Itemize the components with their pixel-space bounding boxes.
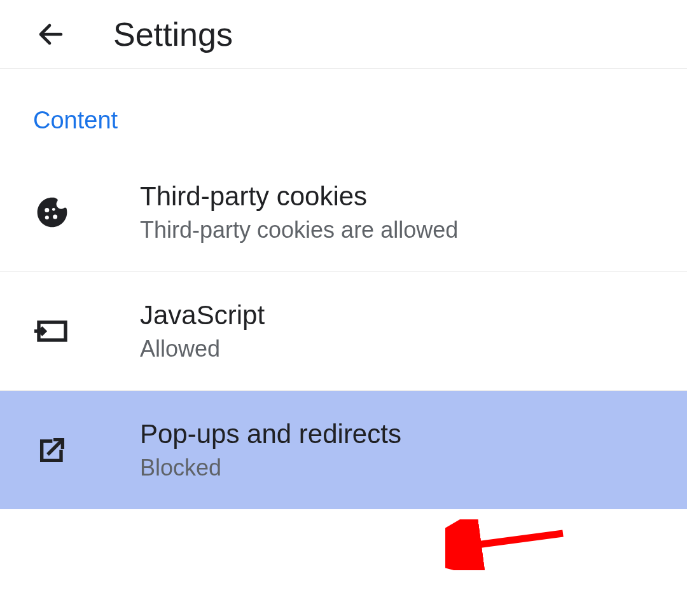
- red-arrow-annotation: [445, 519, 572, 570]
- item-title: JavaScript: [140, 300, 265, 331]
- item-subtitle: Allowed: [140, 336, 265, 362]
- item-text: JavaScript Allowed: [140, 300, 265, 362]
- header: Settings: [0, 0, 687, 69]
- section-label: Content: [0, 69, 687, 153]
- svg-line-6: [468, 533, 563, 546]
- page-title: Settings: [113, 15, 233, 53]
- item-title: Pop-ups and redirects: [140, 419, 401, 449]
- open-in-new-icon: [33, 431, 71, 469]
- svg-point-3: [52, 208, 55, 211]
- settings-item-cookies[interactable]: Third-party cookies Third-party cookies …: [0, 153, 687, 272]
- svg-point-0: [45, 208, 49, 212]
- arrow-left-icon: [36, 19, 66, 50]
- item-title: Third-party cookies: [140, 181, 458, 212]
- cookie-icon: [33, 193, 71, 231]
- settings-item-popups[interactable]: Pop-ups and redirects Blocked: [0, 391, 687, 509]
- svg-point-2: [53, 215, 57, 219]
- item-subtitle: Blocked: [140, 455, 401, 481]
- back-button[interactable]: [33, 17, 69, 52]
- input-icon: [33, 312, 71, 350]
- settings-item-javascript[interactable]: JavaScript Allowed: [0, 272, 687, 391]
- svg-point-1: [45, 216, 49, 219]
- item-text: Third-party cookies Third-party cookies …: [140, 181, 458, 243]
- item-text: Pop-ups and redirects Blocked: [140, 419, 401, 481]
- item-subtitle: Third-party cookies are allowed: [140, 217, 458, 243]
